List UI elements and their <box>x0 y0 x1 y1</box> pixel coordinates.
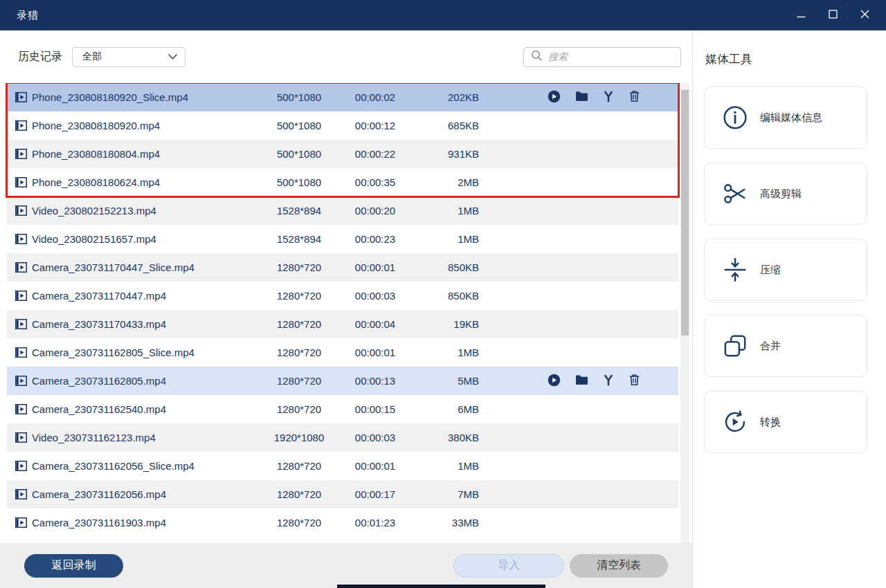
table-row[interactable]: Camera_230731161903.mp4 1280*720 00:01:2… <box>7 508 678 537</box>
table-row[interactable]: Phone_230808180804.mp4 500*1080 00:00:22… <box>7 140 678 168</box>
file-size: 202KB <box>417 91 479 103</box>
file-size: 33MB <box>417 517 479 529</box>
file-duration: 00:00:04 <box>334 318 417 330</box>
table-row[interactable]: Camera_230731162056.mp4 1280*720 00:00:1… <box>7 480 678 508</box>
file-duration: 00:00:35 <box>334 176 417 188</box>
footer-bar: 返回录制 导入 清空列表 <box>0 543 692 588</box>
table-row[interactable]: Camera_230731162540.mp4 1280*720 00:00:1… <box>7 395 678 423</box>
table-row[interactable]: Camera_230731170447_Slice.mp4 1280*720 0… <box>7 253 678 282</box>
video-file-icon <box>15 461 27 471</box>
tool-card-label: 高级剪辑 <box>760 187 802 201</box>
filter-dropdown[interactable]: 全部 <box>72 47 186 67</box>
file-duration: 00:00:03 <box>334 290 417 302</box>
close-icon <box>860 10 869 21</box>
file-name: Phone_230808180804.mp4 <box>32 148 160 160</box>
play-button[interactable] <box>548 374 561 389</box>
trash-icon <box>629 374 640 388</box>
delete-button[interactable] <box>629 374 640 388</box>
repair-button[interactable] <box>603 374 614 388</box>
tool-card-label: 编辑媒体信息 <box>760 111 822 125</box>
tool-card-advanced-trim[interactable]: 高级剪辑 <box>704 163 867 225</box>
scrollbar[interactable] <box>680 83 689 543</box>
video-file-icon <box>15 319 27 329</box>
file-duration: 00:00:13 <box>334 375 417 387</box>
tool-card-edit-media-info[interactable]: 编辑媒体信息 <box>704 86 867 149</box>
close-button[interactable] <box>849 0 880 30</box>
open-folder-button[interactable] <box>575 91 588 104</box>
minimize-button[interactable] <box>785 0 817 30</box>
file-resolution: 1280*720 <box>264 488 334 500</box>
search-box[interactable] <box>523 47 681 67</box>
maximize-button[interactable] <box>817 0 849 30</box>
video-file-icon <box>15 376 27 386</box>
file-resolution: 1920*1080 <box>264 432 334 443</box>
file-name: Phone_230808180624.mp4 <box>32 176 160 188</box>
file-size: 380KB <box>417 432 479 443</box>
tool-card-compress[interactable]: 压缩 <box>704 239 867 301</box>
file-size: 7MB <box>417 488 479 500</box>
desktop-artifact <box>337 585 545 588</box>
open-folder-button[interactable] <box>575 374 588 387</box>
play-button[interactable] <box>548 90 561 105</box>
file-resolution: 1528*894 <box>264 205 334 217</box>
row-actions <box>548 90 640 105</box>
scrollbar-thumb[interactable] <box>681 90 689 336</box>
table-row[interactable]: Phone_230808180920.mp4 500*1080 00:00:12… <box>7 111 678 140</box>
folder-icon <box>575 374 588 387</box>
table-row[interactable]: Video_230802152213.mp4 1528*894 00:00:20… <box>7 196 678 225</box>
tool-card-label: 压缩 <box>760 264 781 277</box>
file-duration: 00:00:22 <box>334 148 417 160</box>
file-duration: 00:00:03 <box>334 432 417 443</box>
file-resolution: 1280*720 <box>264 375 334 387</box>
delete-button[interactable] <box>629 90 640 104</box>
clear-list-button[interactable]: 清空列表 <box>570 554 668 578</box>
table-row[interactable]: Camera_230731162805_Slice.mp4 1280*720 0… <box>7 338 678 367</box>
repair-icon <box>603 91 614 104</box>
file-resolution: 1280*720 <box>264 290 334 302</box>
table-row[interactable]: Video_230731162123.mp4 1920*1080 00:00:0… <box>7 423 678 452</box>
file-resolution: 1528*894 <box>264 233 334 245</box>
table-row[interactable]: Phone_230808180920_Slice.mp4 500*1080 00… <box>7 83 678 111</box>
file-name: Camera_230731162805_Slice.mp4 <box>32 347 195 358</box>
video-file-icon <box>15 432 27 443</box>
file-duration: 00:00:20 <box>334 205 417 217</box>
row-actions <box>548 374 640 389</box>
file-duration: 00:00:01 <box>334 347 417 358</box>
tool-card-merge[interactable]: 合并 <box>704 315 867 377</box>
video-file-icon <box>15 205 27 216</box>
back-to-record-button[interactable]: 返回录制 <box>24 554 123 578</box>
info-icon <box>720 104 750 131</box>
file-name: Video_230731162123.mp4 <box>32 432 156 443</box>
play-icon <box>548 374 561 389</box>
window-controls <box>785 0 880 30</box>
file-name: Camera_230731162056.mp4 <box>32 488 166 500</box>
file-name: Phone_230808180920.mp4 <box>32 120 160 131</box>
file-duration: 00:00:15 <box>334 403 417 415</box>
table-row[interactable]: Phone_230808180624.mp4 500*1080 00:00:35… <box>7 168 678 196</box>
file-resolution: 500*1080 <box>264 120 334 131</box>
file-duration: 00:00:01 <box>334 261 417 273</box>
repair-button[interactable] <box>603 91 614 104</box>
file-size: 1MB <box>417 460 479 472</box>
video-file-icon <box>15 120 27 131</box>
minimize-icon <box>797 10 806 21</box>
table-row[interactable]: Camera_230731170447.mp4 1280*720 00:00:0… <box>7 282 678 310</box>
import-button[interactable]: 导入 <box>453 554 564 578</box>
trash-icon <box>629 90 640 104</box>
filter-value: 全部 <box>82 50 102 63</box>
table-row[interactable]: Camera_230731170433.mp4 1280*720 00:00:0… <box>7 310 678 338</box>
table-row[interactable]: Camera_230731162805.mp4 1280*720 00:00:1… <box>7 367 678 395</box>
search-input[interactable] <box>548 51 675 62</box>
table-row[interactable]: Camera_230731162056_Slice.mp4 1280*720 0… <box>7 452 678 480</box>
file-resolution: 500*1080 <box>264 91 334 103</box>
table-row[interactable]: Video_230802151657.mp4 1528*894 00:00:23… <box>7 225 678 253</box>
tool-card-label: 转换 <box>760 416 781 429</box>
file-size: 1MB <box>417 205 479 217</box>
repair-icon <box>603 374 614 388</box>
video-file-icon <box>15 234 27 244</box>
convert-icon <box>720 408 750 436</box>
maximize-icon <box>829 10 838 21</box>
tool-card-convert[interactable]: 转换 <box>704 391 867 453</box>
file-size: 1MB <box>417 233 479 245</box>
file-name: Camera_230731162056_Slice.mp4 <box>32 460 195 472</box>
